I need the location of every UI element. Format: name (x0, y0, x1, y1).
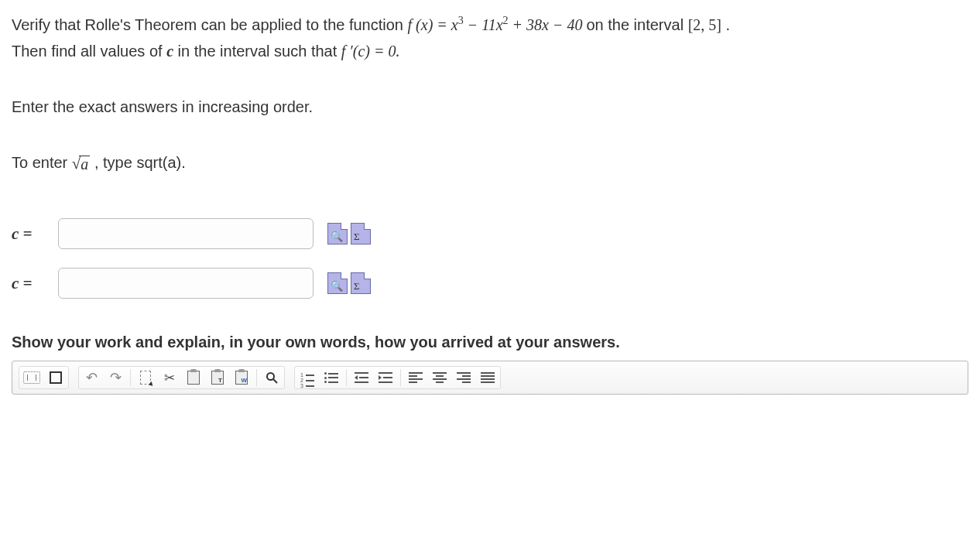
copy-button[interactable] (184, 368, 203, 387)
answer-label: c = (12, 224, 44, 244)
text-segment: in the interval such that (178, 43, 341, 60)
toolbar-group-edit: ↶ ↷ ✂ (78, 366, 285, 389)
paste-text-button[interactable] (208, 368, 227, 387)
show-work-header: Show your work and explain, in your own … (12, 333, 968, 351)
answer-row-2: c = 🔍 Σ (12, 268, 968, 299)
svg-line-1 (273, 379, 277, 383)
answer-row-1: c = 🔍 Σ (12, 218, 968, 249)
text-segment: Then find all values of (12, 43, 166, 60)
instruction-order: Enter the exact answers in increasing or… (12, 94, 968, 120)
answer-input-2[interactable] (58, 268, 314, 299)
math-fprime: f ′(c) = 0. (341, 43, 400, 60)
instruction-sqrt: To enter √ a , type sqrt(a). (12, 149, 968, 176)
text-segment: Verify that Rolle's Theorem can be appli… (12, 16, 408, 33)
text-segment: , type sqrt(a). (94, 154, 186, 171)
separator (346, 369, 347, 386)
cut-button[interactable]: ✂ (160, 368, 179, 387)
math-c: c (166, 43, 173, 60)
text-segment: on the interval (586, 16, 687, 33)
fullscreen-button[interactable] (46, 368, 65, 387)
align-left-button[interactable] (406, 368, 425, 387)
indent-button[interactable] (376, 368, 395, 387)
answer-label: c = (12, 274, 44, 293)
redo-button[interactable]: ↷ (106, 368, 125, 387)
search-icon (266, 371, 278, 384)
toolbar-group-paragraph: 1 2 3 (294, 366, 501, 389)
answer-input-1[interactable] (58, 218, 314, 249)
separator (130, 369, 131, 386)
equation-editor-icon[interactable]: Σ (351, 272, 371, 294)
sqrt-expression: √ a (72, 156, 91, 172)
preview-icon[interactable]: 🔍 (327, 223, 348, 245)
question-text: Verify that Rolle's Theorem can be appli… (12, 12, 968, 64)
align-center-button[interactable] (430, 368, 449, 387)
separator (400, 369, 401, 386)
svg-point-0 (267, 373, 274, 380)
source-button[interactable] (22, 368, 41, 387)
unordered-list-button[interactable] (322, 368, 341, 387)
select-all-button[interactable] (136, 368, 155, 387)
math-fx: f (x) = x3 − 11x2 + 38x − 40 (408, 16, 587, 33)
outdent-button[interactable] (352, 368, 371, 387)
undo-button[interactable]: ↶ (82, 368, 101, 387)
text-segment: . (726, 16, 731, 33)
align-right-button[interactable] (454, 368, 473, 387)
align-justify-button[interactable] (478, 368, 497, 387)
separator (256, 369, 257, 386)
ordered-list-button[interactable]: 1 2 3 (298, 368, 317, 387)
math-interval: [2, 5] (688, 16, 721, 33)
text-segment: To enter (12, 154, 72, 171)
toolbar-group-view (19, 366, 69, 389)
paste-word-button[interactable] (232, 368, 251, 387)
preview-icon[interactable]: 🔍 (327, 272, 348, 294)
editor-toolbar: ↶ ↷ ✂ 1 2 3 (12, 361, 968, 395)
equation-editor-icon[interactable]: Σ (351, 223, 371, 245)
find-button[interactable] (262, 368, 281, 387)
